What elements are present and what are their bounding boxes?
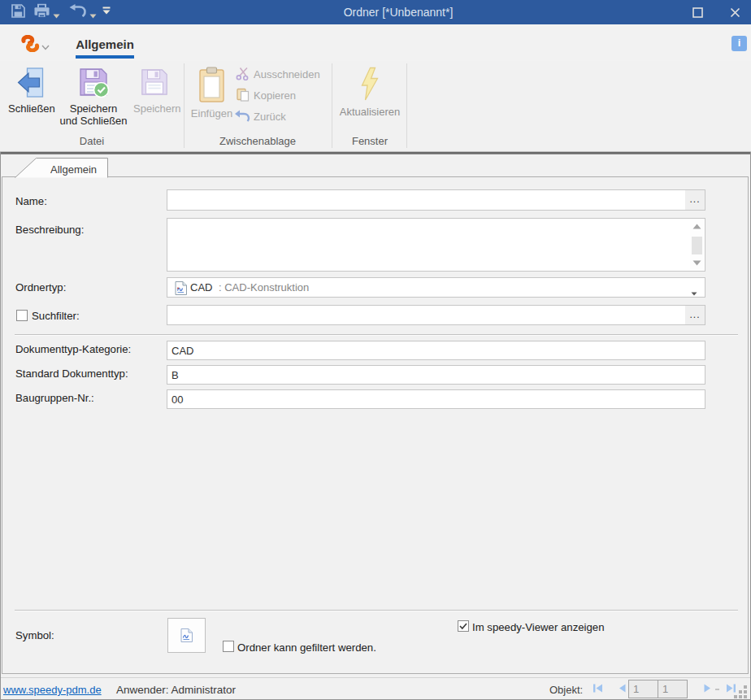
- baugruppen-nr-label: Baugruppen-Nr.:: [15, 392, 94, 404]
- separator: [15, 334, 738, 336]
- group-label-datei: Datei: [51, 135, 132, 148]
- resize-grip-icon[interactable]: [733, 685, 749, 700]
- speichern-button[interactable]: Speichern: [133, 64, 176, 115]
- ausschneiden-button[interactable]: Ausschneiden: [236, 67, 320, 81]
- window-title: Ordner [*Unbenannt*]: [114, 0, 683, 24]
- save-close-icon: [54, 67, 133, 101]
- nav-separator: [715, 689, 719, 690]
- name-label: Name:: [15, 195, 47, 207]
- next-record-icon[interactable]: [703, 683, 712, 696]
- suchfilter-browse-button[interactable]: ...: [685, 306, 705, 324]
- scroll-up-icon: [692, 224, 701, 229]
- zurueck-button[interactable]: Zurück: [234, 110, 286, 124]
- statusbar: www.speedy-pdm.de Anwender: Administrato…: [0, 677, 751, 700]
- window-border: [0, 152, 1, 700]
- filter-checkbox[interactable]: [223, 641, 234, 652]
- schliessen-button[interactable]: Schließen: [8, 64, 54, 115]
- refresh-lightning-icon: [336, 67, 403, 104]
- save-icon[interactable]: [11, 3, 26, 21]
- scrollbar-thumb[interactable]: [692, 237, 702, 254]
- undo-back-icon: [234, 109, 250, 124]
- tab-page: Allgemein Name: ... Beschreibung: Ordner…: [0, 154, 751, 677]
- cut-icon: [236, 67, 250, 83]
- objekt-label: Objekt:: [549, 684, 583, 696]
- name-browse-button[interactable]: ...: [685, 190, 705, 210]
- suchfilter-checkbox[interactable]: [16, 310, 28, 321]
- einfuegen-button[interactable]: Einfügen: [189, 64, 235, 120]
- ordnertyp-label: Ordnertyp:: [15, 281, 66, 293]
- group-separator: [406, 63, 407, 148]
- ordnertyp-combobox[interactable]: CAD : CAD-Konstruktion: [167, 277, 705, 298]
- dokumenttyp-kategorie-label: Dokumenttyp-Kategorie:: [15, 343, 131, 355]
- group-label-zwischenablage: Zwischenablage: [201, 135, 315, 148]
- filter-checkbox-label: Ordner kann gefiltert werden.: [237, 641, 376, 654]
- paste-icon: [189, 67, 235, 106]
- beschreibung-label: Beschreibung:: [15, 224, 84, 236]
- baugruppen-nr-input[interactable]: [167, 389, 705, 409]
- close-form-icon: [8, 67, 54, 101]
- separator: [15, 610, 738, 611]
- customize-quick-access-icon[interactable]: [102, 7, 111, 19]
- name-input[interactable]: [167, 189, 705, 211]
- dokumenttyp-kategorie-input[interactable]: [167, 341, 705, 360]
- user-label: Anwender: Administrator: [116, 684, 236, 696]
- ordnertyp-description: : CAD-Konstruktion: [219, 281, 309, 293]
- copy-icon: [236, 88, 250, 104]
- kopieren-button[interactable]: Kopieren: [236, 89, 296, 102]
- dropdown-arrow-icon[interactable]: [53, 9, 60, 21]
- close-button[interactable]: [717, 0, 751, 24]
- viewer-checkbox-label: Im speedy-Viewer anzeigen: [472, 621, 605, 633]
- website-link[interactable]: www.speedy-pdm.de: [3, 684, 102, 696]
- ribbon-tab-underline: [76, 55, 134, 59]
- logo-dropdown-icon[interactable]: [41, 41, 50, 53]
- ordnertyp-value: CAD: [190, 281, 212, 293]
- scroll-down-icon: [692, 260, 701, 266]
- aktualisieren-button[interactable]: Aktualisieren: [336, 64, 403, 118]
- combo-dropdown-icon[interactable]: [691, 286, 697, 298]
- symbol-label: Symbol:: [15, 629, 54, 641]
- checkmark-icon: [458, 621, 468, 631]
- dialog-window: Ordner [*Unbenannt*] Allgemein i: [0, 0, 751, 700]
- beschreibung-textarea[interactable]: [167, 218, 705, 272]
- maximize-button[interactable]: [679, 0, 715, 24]
- ribbon-tab-allgemein[interactable]: Allgemein: [76, 37, 134, 51]
- scrollbar[interactable]: [690, 220, 704, 270]
- titlebar: Ordner [*Unbenannt*]: [0, 0, 751, 24]
- save-icon-disabled: [133, 67, 176, 101]
- suchfilter-label: Suchfilter:: [32, 310, 80, 322]
- info-button[interactable]: i: [731, 36, 747, 51]
- standard-dokumenttyp-label: Standard Dokumenttyp:: [15, 367, 128, 380]
- tab-allgemein[interactable]: Allgemein: [15, 156, 109, 178]
- record-current-input[interactable]: [628, 680, 658, 698]
- first-record-icon[interactable]: [593, 683, 603, 696]
- dropdown-arrow-icon[interactable]: [89, 9, 97, 21]
- group-separator: [184, 63, 184, 148]
- suchfilter-input[interactable]: [167, 305, 705, 325]
- print-icon[interactable]: [33, 3, 50, 21]
- undo-icon[interactable]: [68, 4, 87, 20]
- speichern-und-schliessen-button[interactable]: Speichern und Schließen: [54, 64, 133, 127]
- symbol-button[interactable]: [167, 618, 206, 653]
- group-label-fenster: Fenster: [329, 135, 410, 148]
- tab-allgemein-label: Allgemein: [50, 163, 115, 176]
- symbol-document-icon: [180, 628, 193, 643]
- speedy-logo-icon[interactable]: [20, 35, 41, 54]
- viewer-checkbox[interactable]: [458, 620, 469, 632]
- cad-document-icon: [174, 280, 188, 298]
- standard-dokumenttyp-input[interactable]: [167, 365, 705, 385]
- previous-record-icon[interactable]: [618, 683, 627, 696]
- ribbon-tab-row: Allgemein i: [0, 24, 751, 61]
- ribbon: Schließen Speichern und Schließen: [0, 61, 751, 152]
- record-total-input[interactable]: [658, 680, 688, 698]
